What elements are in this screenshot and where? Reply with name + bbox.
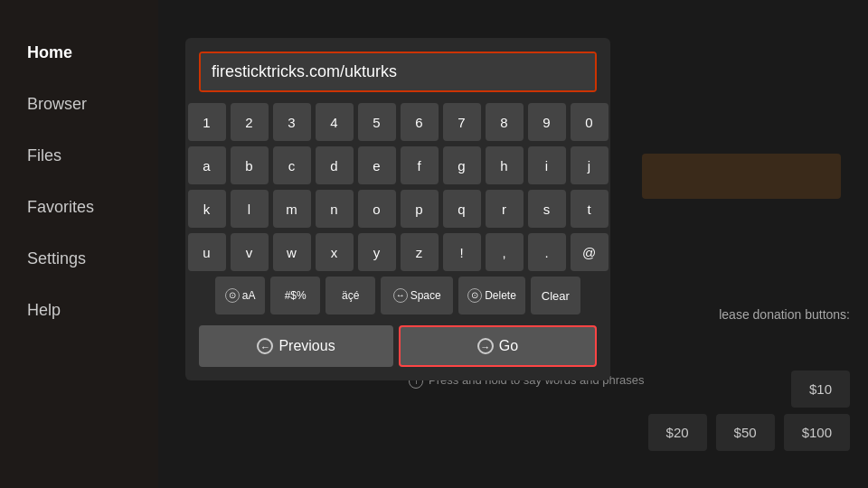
key-6[interactable]: 6 [401, 103, 439, 141]
url-input[interactable] [201, 53, 595, 90]
key-e[interactable]: e [358, 146, 396, 184]
key-b[interactable]: b [231, 146, 269, 184]
key-period[interactable]: . [528, 233, 566, 271]
key-comma[interactable]: , [486, 233, 524, 271]
key-s[interactable]: s [528, 190, 566, 228]
key-9[interactable]: 9 [528, 103, 566, 141]
sidebar-item-help[interactable]: Help [0, 285, 158, 336]
key-m[interactable]: m [273, 190, 311, 228]
key-x[interactable]: x [316, 233, 354, 271]
key-n[interactable]: n [316, 190, 354, 228]
key-p[interactable]: p [401, 190, 439, 228]
key-r[interactable]: r [486, 190, 524, 228]
keyboard-overlay: 1 2 3 4 5 6 7 8 9 0 a b c d e f g h [185, 38, 610, 380]
url-input-wrapper [199, 52, 597, 92]
key-i[interactable]: i [528, 146, 566, 184]
key-0[interactable]: 0 [571, 103, 609, 141]
keyboard-row-kt: k l m n o p q r s t [199, 190, 597, 228]
key-t[interactable]: t [571, 190, 609, 228]
keyboard: 1 2 3 4 5 6 7 8 9 0 a b c d e f g h [199, 103, 597, 367]
key-f[interactable]: f [401, 146, 439, 184]
key-2[interactable]: 2 [231, 103, 269, 141]
donation-input-box [642, 154, 841, 199]
key-c[interactable]: c [273, 146, 311, 184]
donation-input-area [642, 154, 841, 199]
key-u[interactable]: u [188, 233, 226, 271]
previous-button[interactable]: ← Previous [199, 325, 393, 367]
key-q[interactable]: q [443, 190, 481, 228]
main-content: lease donation buttons: $10 $20 $50 $100… [158, 0, 868, 488]
donation-btn-100[interactable]: $100 [784, 414, 850, 451]
key-symbols[interactable]: #$% [270, 277, 320, 314]
key-z[interactable]: z [401, 233, 439, 271]
key-5[interactable]: 5 [358, 103, 396, 141]
keyboard-action-row: ⊙ aA #$% äçé ↔ Space ⊙ Delete Clear [199, 277, 597, 314]
key-w[interactable]: w [273, 233, 311, 271]
key-exclaim[interactable]: ! [443, 233, 481, 271]
donation-btn-50[interactable]: $50 [716, 414, 775, 451]
key-4[interactable]: 4 [316, 103, 354, 141]
keyboard-row-aj: a b c d e f g h i j [199, 146, 597, 184]
key-h[interactable]: h [486, 146, 524, 184]
sidebar-item-settings[interactable]: Settings [0, 233, 158, 285]
key-l[interactable]: l [231, 190, 269, 228]
key-8[interactable]: 8 [486, 103, 524, 141]
donation-row2: $20 $50 $100 [648, 414, 850, 451]
key-a[interactable]: a [188, 146, 226, 184]
key-7[interactable]: 7 [443, 103, 481, 141]
key-delete[interactable]: ⊙ Delete [458, 277, 525, 314]
keyboard-row-numbers: 1 2 3 4 5 6 7 8 9 0 [199, 103, 597, 141]
key-y[interactable]: y [358, 233, 396, 271]
key-d[interactable]: d [316, 146, 354, 184]
sidebar-item-favorites[interactable]: Favorites [0, 182, 158, 233]
key-at[interactable]: @ [571, 233, 609, 271]
go-button[interactable]: → Go [399, 325, 597, 367]
keyboard-row-symbols: u v w x y z ! , . @ [199, 233, 597, 271]
key-v[interactable]: v [231, 233, 269, 271]
key-accents[interactable]: äçé [326, 277, 375, 314]
key-space[interactable]: ↔ Space [381, 277, 453, 314]
key-case-toggle[interactable]: ⊙ aA [215, 277, 265, 314]
keyboard-nav-row: ← Previous → Go [199, 325, 597, 367]
key-g[interactable]: g [443, 146, 481, 184]
key-1[interactable]: 1 [188, 103, 226, 141]
key-o[interactable]: o [358, 190, 396, 228]
sidebar-item-browser[interactable]: Browser [0, 79, 158, 130]
sidebar-item-home[interactable]: Home [0, 27, 158, 79]
donation-text: lease donation buttons: [642, 307, 850, 322]
sidebar: Home Browser Files Favorites Settings He… [0, 0, 158, 488]
key-3[interactable]: 3 [273, 103, 311, 141]
key-clear[interactable]: Clear [531, 277, 580, 314]
key-j[interactable]: j [571, 146, 609, 184]
donation-btn-20[interactable]: $20 [648, 414, 707, 451]
key-k[interactable]: k [188, 190, 226, 228]
sidebar-item-files[interactable]: Files [0, 130, 158, 182]
